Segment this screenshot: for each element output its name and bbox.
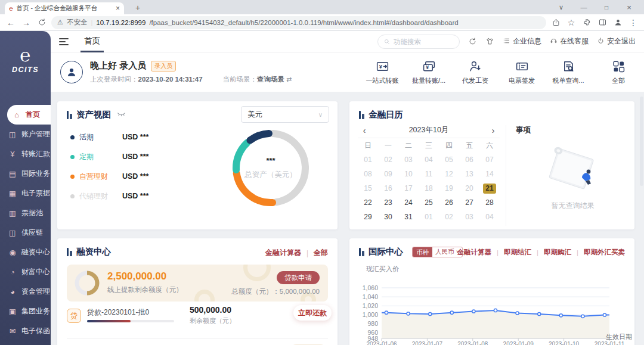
chevron-down-icon: ∨	[318, 111, 323, 118]
side-panel-icon[interactable]	[596, 18, 608, 27]
calendar-day-21[interactable]: 21	[483, 184, 496, 194]
sidebar-item-票据池[interactable]: ▥票据池	[0, 203, 51, 223]
back-icon[interactable]: ←	[5, 18, 17, 27]
quick-action-代发工资[interactable]: 代发工资	[458, 59, 493, 85]
sidebar-item-财富中心[interactable]: ◔财富中心	[0, 262, 51, 282]
collapse-sidebar-icon[interactable]	[59, 36, 69, 47]
link-即期结汇[interactable]: 即期结汇	[504, 248, 531, 257]
bookmark-star-icon[interactable]: ☆	[565, 18, 577, 27]
profile-icon[interactable]	[612, 18, 624, 27]
topbar-link-在线客服[interactable]: 在线客服	[550, 36, 589, 46]
hide-amounts-eye-icon[interactable]	[117, 110, 126, 119]
topbar-link-安全退出[interactable]: 安全退出	[597, 36, 636, 46]
sidebar-item-集团业务[interactable]: ▣集团业务	[0, 302, 51, 321]
scrollbar-thumb[interactable]	[640, 97, 643, 186]
function-search[interactable]	[377, 35, 460, 49]
calendar-day-24[interactable]: 24	[398, 198, 419, 208]
calendar-day-09[interactable]: 09	[378, 169, 398, 179]
topbar-link-企业信息[interactable]: 企业信息	[503, 36, 541, 46]
calendar-day-18[interactable]: 18	[419, 184, 439, 194]
calendar-day-04[interactable]: 04	[419, 155, 439, 165]
sidebar-item-融资中心[interactable]: ◉融资中心	[0, 243, 51, 262]
calendar-day-08[interactable]: 08	[358, 169, 378, 179]
new-tab-button[interactable]: +	[131, 2, 144, 14]
sidebar-item-资金管理[interactable]: ◕资金管理	[0, 282, 51, 302]
loan-apply-button[interactable]: 贷款申请	[277, 271, 320, 284]
calendar-day-31[interactable]: 31	[398, 212, 419, 222]
currency-type-select[interactable]: 币种 人民币∨	[412, 247, 463, 257]
repay-now-button[interactable]: 立即还款	[293, 305, 332, 321]
loan-badge: 贷	[67, 309, 81, 323]
calendar-day-23[interactable]: 23	[378, 198, 398, 208]
calendar-events: 事项 暂无查询结果	[506, 125, 630, 226]
quick-action-税单查询...[interactable]: 税单查询...	[551, 59, 586, 85]
calendar-day-02[interactable]: 02	[378, 155, 398, 165]
theme-skin-icon[interactable]	[485, 37, 494, 46]
window-minimize-icon[interactable]: —	[572, 4, 595, 11]
search-input[interactable]	[394, 38, 447, 45]
calendar-day-14[interactable]: 14	[479, 169, 500, 179]
calendar-day-15[interactable]: 15	[358, 184, 378, 194]
calendar-day-03[interactable]: 03	[459, 212, 479, 222]
next-month-icon[interactable]: ›	[487, 126, 500, 135]
switch-scene-icon[interactable]: ⇄	[286, 76, 292, 83]
link-即期外汇买卖[interactable]: 即期外汇买卖	[584, 248, 625, 257]
window-close-icon[interactable]: ×	[618, 3, 640, 12]
forward-icon[interactable]: →	[20, 18, 32, 27]
calendar-day-01[interactable]: 01	[358, 155, 378, 165]
reload-icon[interactable]	[36, 18, 48, 27]
calendar-day-13[interactable]: 13	[459, 169, 479, 179]
page-tab-home[interactable]: 首页	[80, 31, 104, 52]
calendar-day-20[interactable]: 20	[459, 184, 479, 194]
sidebar-item-首页[interactable]: ⌂首页	[7, 105, 51, 125]
calendar-day-30[interactable]: 30	[378, 212, 398, 222]
calendar-day-27[interactable]: 27	[459, 198, 479, 208]
sidebar-item-国际业务[interactable]: ▤国际业务	[0, 164, 51, 184]
calendar-day-16[interactable]: 16	[378, 184, 398, 194]
sidebar-item-电子保函[interactable]: ✉电子保函	[0, 321, 51, 341]
current-scene[interactable]: 当前场景：查询场景⇄	[223, 75, 292, 84]
link-金融计算器[interactable]: 金融计算器	[457, 248, 492, 257]
link-即期购汇[interactable]: 即期购汇	[544, 248, 571, 257]
share-icon[interactable]	[550, 18, 562, 27]
calendar-day-11[interactable]: 11	[419, 169, 439, 179]
quick-action-电票签发[interactable]: 电票签发	[504, 59, 539, 85]
calendar-day-25[interactable]: 25	[419, 198, 439, 208]
refresh-icon[interactable]	[468, 37, 477, 46]
calendar-day-05[interactable]: 05	[439, 155, 459, 165]
window-maximize-icon[interactable]: □	[595, 4, 618, 11]
calendar-day-19[interactable]: 19	[439, 184, 459, 194]
address-bar[interactable]: ⚠ 不安全 | 10.7.19.22:8999/fpaas_bucket/941…	[51, 16, 546, 29]
sidebar-item-转账汇款[interactable]: ¥转账汇款	[0, 144, 51, 164]
calendar-day-03[interactable]: 03	[398, 155, 419, 165]
prev-month-icon[interactable]: ‹	[358, 126, 371, 135]
calendar-day-07[interactable]: 07	[479, 155, 500, 165]
window-menu-chevron-icon[interactable]: ∨	[550, 4, 572, 11]
quick-action-一站式转账[interactable]: ¥一站式转账	[365, 59, 400, 85]
quick-action-批量转账/...[interactable]: ¥批量转账/...	[411, 59, 446, 85]
calendar-day-22[interactable]: 22	[358, 198, 378, 208]
browser-tab[interactable]: ℮ 首页 - 企业综合金融服务平台 ×	[5, 2, 124, 14]
sidebar-item-账户管理[interactable]: ◫账户管理	[0, 125, 51, 144]
link-全部[interactable]: 全部	[314, 248, 328, 258]
calendar-day-28[interactable]: 28	[479, 198, 500, 208]
sidebar-item-供应链[interactable]: ◫供应链	[0, 223, 51, 243]
calendar-day-12[interactable]: 12	[439, 169, 459, 179]
calendar-day-01[interactable]: 01	[419, 212, 439, 222]
calendar-day-02[interactable]: 02	[439, 212, 459, 222]
calendar-day-17[interactable]: 17	[398, 184, 419, 194]
weekday-header: 四	[439, 141, 459, 151]
sidebar-item-电子票据[interactable]: ▦电子票据	[0, 184, 51, 203]
extensions-puzzle-icon[interactable]	[581, 18, 593, 27]
calendar-day-06[interactable]: 06	[459, 155, 479, 165]
link-金融计算器[interactable]: 金融计算器	[265, 248, 301, 258]
tab-close-icon[interactable]: ×	[116, 5, 120, 12]
quick-action-全部[interactable]: 全部	[601, 59, 636, 85]
calendar-day-10[interactable]: 10	[398, 169, 419, 179]
user-avatar[interactable]	[60, 61, 83, 83]
calendar-day-26[interactable]: 26	[439, 198, 459, 208]
calendar-day-29[interactable]: 29	[358, 212, 378, 222]
currency-select[interactable]: 美元 ∨	[241, 106, 329, 123]
browser-menu-icon[interactable]: ⋮	[627, 18, 639, 27]
calendar-day-04[interactable]: 04	[479, 212, 500, 222]
